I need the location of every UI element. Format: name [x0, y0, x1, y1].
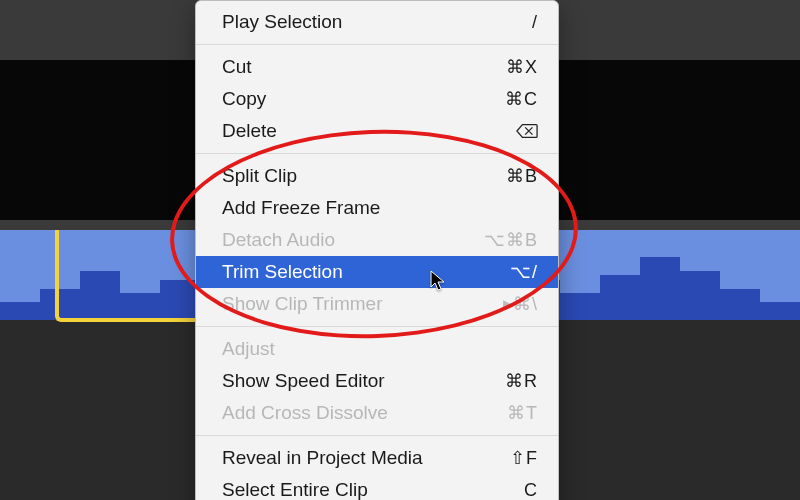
menu-item-shortcut: ⌥/ [510, 259, 538, 285]
menu-item-shortcut: ⌥⌘B [484, 227, 538, 253]
menu-separator [196, 435, 558, 436]
menu-item-label: Copy [222, 86, 505, 112]
menu-reveal-in-project-media[interactable]: Reveal in Project Media ⇧F [196, 442, 558, 474]
menu-item-shortcut: ⌘R [505, 368, 538, 394]
backspace-icon [516, 123, 538, 139]
menu-item-shortcut: ⌘B [506, 163, 538, 189]
menu-add-cross-dissolve: Add Cross Dissolve ⌘T [196, 397, 558, 429]
menu-show-speed-editor[interactable]: Show Speed Editor ⌘R [196, 365, 558, 397]
menu-copy[interactable]: Copy ⌘C [196, 83, 558, 115]
menu-separator [196, 153, 558, 154]
menu-item-label: Cut [222, 54, 506, 80]
chevron-right-icon: ▸ [503, 291, 513, 317]
context-menu[interactable]: Play Selection / Cut ⌘X Copy ⌘C Delete S… [195, 0, 559, 500]
menu-item-label: Adjust [222, 336, 538, 362]
menu-adjust: Adjust [196, 333, 558, 365]
menu-item-shortcut: ⌘\ [513, 291, 538, 317]
menu-delete[interactable]: Delete [196, 115, 558, 147]
menu-item-shortcut: ⇧F [510, 445, 538, 471]
menu-item-label: Split Clip [222, 163, 506, 189]
menu-item-label: Delete [222, 118, 516, 144]
menu-trim-selection[interactable]: Trim Selection ⌥/ [196, 256, 558, 288]
menu-separator [196, 326, 558, 327]
menu-item-label: Add Cross Dissolve [222, 400, 507, 426]
menu-split-clip[interactable]: Split Clip ⌘B [196, 160, 558, 192]
menu-item-label: Reveal in Project Media [222, 445, 510, 471]
menu-item-label: Trim Selection [222, 259, 510, 285]
menu-item-label: Select Entire Clip [222, 477, 524, 500]
menu-item-shortcut: ⌘X [506, 54, 538, 80]
menu-detach-audio: Detach Audio ⌥⌘B [196, 224, 558, 256]
menu-item-label: Add Freeze Frame [222, 195, 538, 221]
menu-item-label: Show Speed Editor [222, 368, 505, 394]
menu-play-selection[interactable]: Play Selection / [196, 6, 558, 38]
menu-item-shortcut: ⌘T [507, 400, 538, 426]
menu-select-entire-clip[interactable]: Select Entire Clip C [196, 474, 558, 500]
menu-item-label: Play Selection [222, 9, 532, 35]
menu-show-clip-trimmer: Show Clip Trimmer ▸ ⌘\ [196, 288, 558, 320]
menu-item-label: Detach Audio [222, 227, 484, 253]
menu-add-freeze-frame[interactable]: Add Freeze Frame [196, 192, 558, 224]
menu-item-shortcut: C [524, 477, 538, 500]
menu-item-label: Show Clip Trimmer [222, 291, 497, 317]
menu-item-shortcut: / [532, 9, 538, 35]
menu-cut[interactable]: Cut ⌘X [196, 51, 558, 83]
menu-separator [196, 44, 558, 45]
menu-item-shortcut: ⌘C [505, 86, 538, 112]
